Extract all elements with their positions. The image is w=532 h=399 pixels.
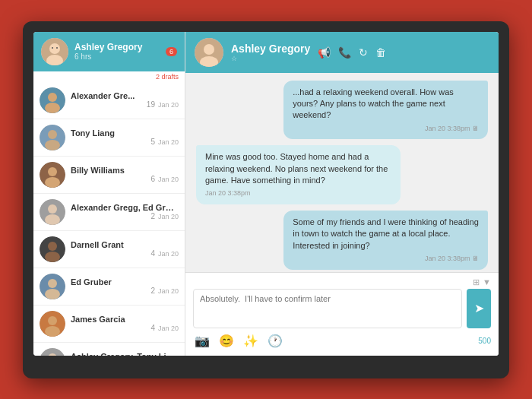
message-timestamp: Jan 20 3:38pm 🖥 <box>293 254 479 264</box>
svg-point-21 <box>48 279 57 288</box>
svg-point-30 <box>204 44 214 55</box>
conv-name: Tony Liang <box>71 128 179 138</box>
svg-point-16 <box>45 214 60 225</box>
conv-count: 5 <box>150 138 155 146</box>
conv-info: Billy Williams 6 Jan 20 <box>71 166 179 183</box>
svg-point-10 <box>45 140 60 150</box>
conv-meta: 4 Jan 20 <box>71 249 179 258</box>
char-count: 500 <box>478 337 491 345</box>
trash-icon[interactable]: 🗑 <box>375 46 386 59</box>
laptop-screen: Ashley Gregory 6 hrs 6 2 drafts Alexande… <box>33 32 499 356</box>
conv-count: 19 <box>147 100 155 109</box>
chat-header-name: Ashley Gregory <box>231 43 310 55</box>
message-bubble-received: Mine was good too. Stayed home and had a… <box>196 145 401 204</box>
chat-header-sub: ☆ <box>231 55 310 62</box>
camera-icon[interactable]: 📷 <box>193 332 211 350</box>
conv-name: Darnell Grant <box>71 240 179 249</box>
message-text: ...had a relaxing weekend overall. How w… <box>293 87 454 120</box>
chat-header-icons: 📢 📞 ↻ 🗑 <box>318 46 386 59</box>
conv-date: Jan 20 <box>158 325 179 332</box>
sidebar: Ashley Gregory 6 hrs 6 2 drafts Alexande… <box>33 32 185 356</box>
svg-point-25 <box>45 326 60 337</box>
unread-badge: 6 <box>166 47 177 56</box>
chat-header-avatar <box>195 38 223 67</box>
conv-avatar <box>40 125 65 150</box>
list-item[interactable]: Billy Williams 6 Jan 20 <box>33 157 185 194</box>
svg-point-4 <box>56 47 58 49</box>
conv-avatar <box>40 348 65 356</box>
conv-avatar <box>40 236 65 262</box>
conv-avatar <box>40 311 65 337</box>
conv-meta: 6 Jan 20 <box>71 175 179 183</box>
dropdown-icon[interactable]: ▼ <box>483 277 491 287</box>
messages-area: ...had a relaxing weekend overall. How w… <box>185 73 499 272</box>
chat-input-area: ⊞ ▼ ➤ 📷 😊 ✨ 🕐 500 <box>185 272 499 356</box>
conv-name: Billy Williams <box>71 166 179 175</box>
list-item[interactable]: Alexander Gre... 19 Jan 20 <box>33 82 185 119</box>
svg-point-1 <box>49 43 60 54</box>
conv-name: Ed Gruber <box>71 277 179 287</box>
conv-count: 4 <box>150 249 155 258</box>
chat-header: Ashley Gregory ☆ 📢 📞 ↻ 🗑 <box>185 32 499 73</box>
conv-meta: 2 Jan 20 <box>71 212 179 220</box>
list-item[interactable]: Tony Liang 5 Jan 20 <box>33 119 185 157</box>
send-button[interactable]: ➤ <box>467 289 491 328</box>
sidebar-header-avatar <box>41 38 68 65</box>
conv-date: Jan 20 <box>158 213 179 220</box>
conv-avatar <box>40 274 65 299</box>
message-bubble-sent: ...had a relaxing weekend overall. How w… <box>283 81 488 140</box>
chat-main: Ashley Gregory ☆ 📢 📞 ↻ 🗑 ...had a relaxi… <box>185 32 499 356</box>
svg-point-22 <box>45 289 60 299</box>
conv-avatar <box>40 162 65 188</box>
conv-date: Jan 20 <box>158 101 179 109</box>
conv-meta: 4 Jan 20 <box>71 324 179 332</box>
svg-point-15 <box>48 204 57 214</box>
conv-count: 2 <box>150 287 155 295</box>
conversation-list: Alexander Gre... 19 Jan 20 Tony Li <box>33 82 185 356</box>
chat-header-contact-info: Ashley Gregory ☆ <box>231 43 310 62</box>
input-row: ➤ <box>193 289 491 328</box>
list-item[interactable]: Ed Gruber 2 Jan 20 <box>33 268 185 306</box>
list-item[interactable]: Alexander Gregg, Ed Gruber 2 Jan 20 <box>33 194 185 231</box>
list-item[interactable]: James Garcia 4 Jan 20 <box>33 306 185 343</box>
conv-meta: 5 Jan 20 <box>71 138 179 146</box>
active-contact-time: 6 hrs <box>74 52 160 61</box>
message-bubble-sent-2: Some of my friends and I were thinking o… <box>283 211 488 270</box>
svg-point-13 <box>45 177 60 188</box>
conv-date: Jan 20 <box>158 138 179 146</box>
conv-info: Ed Gruber 2 Jan 20 <box>71 277 179 295</box>
conv-name: James Garcia <box>71 315 179 324</box>
laptop-outer: Ashley Gregory 6 hrs 6 2 drafts Alexande… <box>23 21 509 378</box>
emoji-icon[interactable]: 😊 <box>217 332 236 350</box>
sidebar-header-info: Ashley Gregory 6 hrs <box>74 42 160 61</box>
conv-count: 4 <box>150 324 155 332</box>
toolbar-row: 📷 😊 ✨ 🕐 500 <box>193 328 491 351</box>
clock-icon[interactable]: 🕐 <box>266 332 284 350</box>
attach-icon[interactable]: ⊞ <box>473 277 480 287</box>
conv-info: Alexander Gregg, Ed Gruber 2 Jan 20 <box>71 203 179 220</box>
megaphone-icon[interactable]: 📢 <box>318 46 331 59</box>
magic-icon[interactable]: ✨ <box>242 332 260 350</box>
refresh-icon[interactable]: ↻ <box>359 46 368 59</box>
list-item[interactable]: Darnell Grant 4 Jan 20 <box>33 231 185 268</box>
conv-name: Alexander Gre... <box>71 91 179 100</box>
app-container: Ashley Gregory 6 hrs 6 2 drafts Alexande… <box>33 32 499 356</box>
conv-info: Ashley Gregory, Tony Liang 3 Jan 20 <box>71 352 179 356</box>
conv-date: Jan 20 <box>158 250 179 258</box>
drafts-label: 2 drafts <box>33 71 185 82</box>
phone-icon[interactable]: 📞 <box>338 46 351 59</box>
conv-info: Darnell Grant 4 Jan 20 <box>71 240 179 258</box>
conv-avatar <box>40 87 65 113</box>
svg-point-12 <box>48 167 57 176</box>
conv-count: 2 <box>150 212 155 220</box>
conv-meta: 2 Jan 20 <box>71 287 179 295</box>
svg-point-6 <box>48 93 57 102</box>
sidebar-header[interactable]: Ashley Gregory 6 hrs 6 <box>33 32 185 71</box>
list-item[interactable]: Ashley Gregory, Tony Liang 3 Jan 20 <box>33 343 185 356</box>
active-contact-name: Ashley Gregory <box>74 42 160 52</box>
svg-point-9 <box>48 130 57 139</box>
conv-info: James Garcia 4 Jan 20 <box>71 315 179 332</box>
input-top-icons: ⊞ ▼ <box>193 277 491 287</box>
message-input[interactable] <box>193 289 462 328</box>
message-text: Some of my friends and I were thinking o… <box>293 217 479 250</box>
